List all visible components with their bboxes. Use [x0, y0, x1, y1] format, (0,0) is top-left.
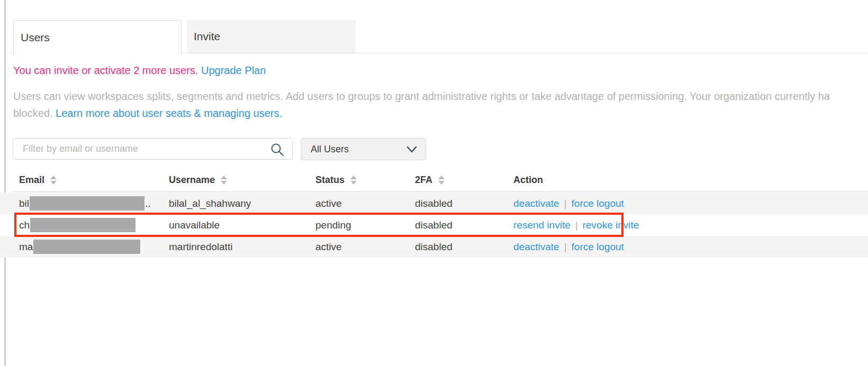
revoke-invite-link[interactable]: revoke invite: [583, 219, 639, 231]
description-line2-prefix: blocked.: [13, 107, 56, 119]
action-separator: |: [571, 219, 583, 231]
tab-invite[interactable]: Invite: [187, 20, 356, 53]
twofa-cell: disabled: [415, 193, 453, 214]
username-cell: bilal_al_shahwany: [169, 193, 251, 214]
search-icon: [270, 143, 284, 157]
left-panel-divider: [4, 0, 6, 366]
description-line1: Users can view workspaces splits, segmen…: [13, 88, 830, 105]
user-filter-dropdown[interactable]: All Users: [301, 138, 426, 160]
column-header-email[interactable]: Email: [19, 168, 57, 192]
action-cell: deactivate|force logout: [513, 236, 624, 258]
upgrade-plan-link[interactable]: Upgrade Plan: [201, 65, 266, 76]
sort-icon[interactable]: [350, 176, 357, 185]
email-prefix: ch: [19, 219, 30, 231]
filter-input[interactable]: [13, 138, 293, 160]
tab-users-label: Users: [21, 31, 50, 44]
tab-users[interactable]: Users: [13, 20, 182, 54]
username-cell: unavailable: [169, 214, 220, 236]
email-cell: ch: [19, 214, 136, 236]
action-cell: resend invite|revoke invite: [513, 214, 639, 236]
action-separator: |: [559, 198, 572, 209]
column-header-status-label: Status: [315, 175, 345, 186]
user-admin-page: Users Invite You can invite or activate …: [0, 0, 868, 366]
resend-invite-link[interactable]: resend invite: [513, 219, 571, 231]
action-separator: |: [559, 241, 572, 252]
twofa-cell: disabled: [415, 214, 453, 236]
email-cell: bil..: [19, 193, 151, 214]
column-header-action: Action: [513, 168, 543, 192]
column-header-status[interactable]: Status: [315, 168, 357, 192]
email-prefix: bil: [19, 198, 29, 209]
column-header-2fa-label: 2FA: [415, 175, 432, 186]
users-description: Users can view workspaces splits, segmen…: [13, 88, 830, 122]
learn-more-link[interactable]: Learn more about user seats & managing u…: [56, 107, 282, 119]
redaction-box: [30, 196, 144, 211]
redaction-box: [30, 218, 135, 232]
email-cell: ma: [19, 236, 141, 258]
user-filter-dropdown-value: All Users: [311, 144, 349, 155]
username-cell: martinredolatti: [169, 236, 232, 258]
redaction-box: [33, 240, 140, 254]
tab-invite-label: Invite: [194, 30, 220, 43]
status-cell: active: [315, 236, 342, 258]
twofa-cell: disabled: [415, 236, 453, 258]
column-header-username[interactable]: Username: [169, 168, 227, 192]
sort-icon[interactable]: [438, 176, 445, 185]
deactivate-link[interactable]: deactivate: [513, 241, 559, 252]
status-cell: pending: [315, 214, 351, 236]
users-table-header: Email Username Status 2FA Action: [13, 168, 868, 192]
status-cell: active: [315, 193, 342, 214]
email-prefix: ma: [19, 241, 33, 252]
chevron-down-icon: [406, 145, 417, 153]
seat-limit-message: You can invite or activate 2 more users.: [13, 65, 198, 76]
force-logout-link[interactable]: force logout: [572, 241, 624, 252]
email-suffix: ..: [145, 198, 151, 209]
column-header-email-label: Email: [19, 175, 44, 186]
column-header-username-label: Username: [169, 175, 215, 186]
column-header-2fa[interactable]: 2FA: [415, 168, 445, 192]
action-cell: deactivate|force logout: [513, 193, 624, 214]
force-logout-link[interactable]: force logout: [572, 198, 624, 209]
seat-limit-notice: You can invite or activate 2 more users.…: [13, 65, 266, 77]
table-row: ma martinredolatti active disabled deact…: [0, 236, 868, 258]
deactivate-link[interactable]: deactivate: [513, 198, 559, 209]
column-header-action-label: Action: [513, 175, 543, 186]
table-row: bil.. bilal_al_shahwany active disabled …: [0, 193, 868, 214]
sort-icon[interactable]: [221, 176, 227, 185]
sort-icon[interactable]: [50, 176, 57, 185]
table-row: ch unavailable pending disabled resend i…: [0, 214, 868, 236]
